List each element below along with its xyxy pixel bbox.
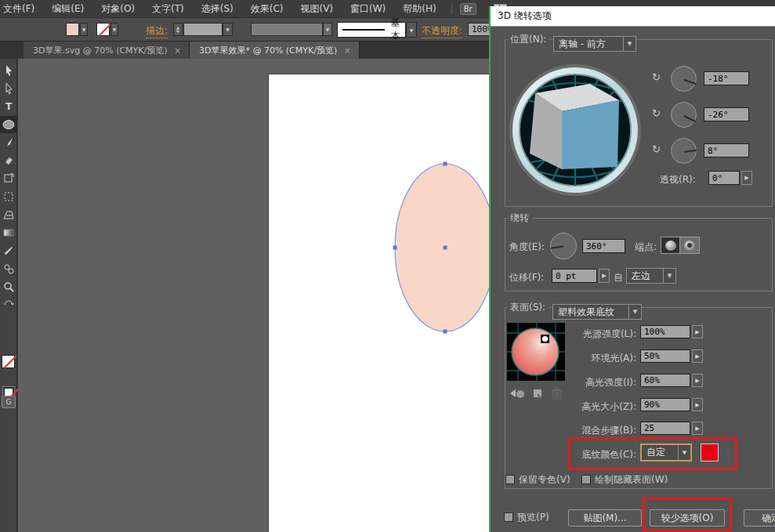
menu-help[interactable]: 帮助(H) (394, 2, 444, 16)
highlight-size-spinner-icon[interactable]: ▶ (692, 398, 703, 411)
menu-object[interactable]: 对象(O) (92, 2, 143, 16)
fill-color-swatch[interactable] (66, 23, 79, 36)
perspective-spinner-icon[interactable]: ▶ (741, 171, 752, 185)
brush-definition-field[interactable]: 基本 (337, 22, 406, 38)
screen-mode-button[interactable]: G (2, 396, 16, 408)
type-tool[interactable]: T (0, 98, 17, 115)
ambient-light-spinner-icon[interactable]: ▶ (692, 349, 703, 363)
menu-type[interactable]: 文字(T) (143, 2, 193, 16)
anchor-center[interactable] (444, 246, 447, 250)
offset-from-dropdown[interactable]: 左边 ▼ (626, 268, 676, 284)
blend-steps-field[interactable]: 25 (640, 422, 690, 435)
stroke-weight-label[interactable]: 描边: (146, 24, 168, 38)
fill-dropdown-icon[interactable]: ▼ (80, 23, 88, 36)
dialog-title-bar[interactable]: 3D 绕转选项 (491, 6, 775, 27)
rotate-z-dial[interactable] (671, 138, 697, 164)
direct-selection-tool[interactable] (0, 80, 17, 97)
blend-steps-spinner-icon[interactable]: ▶ (692, 422, 703, 435)
highlight-size-field[interactable]: 90% (640, 398, 690, 411)
perspective-field[interactable]: 0° (708, 171, 740, 185)
draw-hidden-faces-checkbox[interactable] (581, 475, 591, 484)
eyedropper-tool[interactable] (0, 242, 17, 259)
artboard-tool[interactable] (0, 170, 17, 187)
cap-solid-button[interactable] (661, 237, 680, 254)
shading-color-caret-icon[interactable]: ▼ (678, 445, 690, 460)
rotate-y-icon: ↻ (652, 107, 661, 119)
free-transform-tool[interactable] (0, 188, 17, 205)
anchor-bottom[interactable] (444, 330, 447, 334)
light-intensity-label: 光源强度(L): (538, 328, 636, 341)
zoom-tool[interactable] (0, 278, 17, 295)
shading-color-dropdown[interactable]: 自定 ▼ (640, 443, 692, 461)
preserve-spot-checkbox[interactable] (505, 475, 515, 484)
document-tab-1-title: 3D苹果.svg @ 70% (CMYK/预览) (33, 45, 168, 56)
offset-spinner-icon[interactable]: ▶ (599, 269, 610, 283)
rotate-x-dial[interactable] (671, 66, 697, 92)
highlight-intensity-spinner-icon[interactable]: ▶ (692, 374, 703, 387)
surface-dropdown[interactable]: 塑料效果底纹 ▼ (552, 304, 642, 320)
stroke-weight-stepper[interactable]: ▲▼ (173, 23, 183, 36)
highlight-intensity-field[interactable]: 60% (640, 374, 690, 387)
preview-checkbox[interactable] (504, 512, 513, 522)
selection-tool[interactable] (0, 62, 17, 79)
trackball-cube[interactable] (530, 84, 619, 169)
surface-caret-icon[interactable]: ▼ (628, 305, 641, 319)
highlight-size-label: 高光大小(Z): (538, 400, 636, 414)
application-window: 文件(F) 编辑(E) 对象(O) 文字(T) 选择(S) 效果(C) 视图(V… (0, 0, 775, 532)
rotate-x-field[interactable]: -18° (704, 71, 749, 85)
canvas-area[interactable] (18, 59, 489, 532)
menu-effect[interactable]: 效果(C) (242, 2, 292, 16)
hand-tool[interactable] (0, 296, 17, 313)
3d-revolve-options-dialog: 3D 绕转选项 位置(N): 离轴 - 前方 ▼ (489, 6, 775, 532)
tab-2-close-icon[interactable]: × (344, 46, 350, 55)
cap-hollow-button[interactable] (680, 237, 700, 254)
gradient-tool[interactable] (0, 224, 17, 241)
stroke-dropdown-icon[interactable]: ▼ (110, 23, 118, 36)
angle-dial[interactable] (550, 233, 577, 259)
perspective-grid-tool[interactable] (0, 206, 17, 223)
paintbrush-tool[interactable] (0, 134, 17, 151)
fill-none-swatch[interactable] (2, 355, 15, 368)
angle-field[interactable]: 360° (582, 239, 625, 253)
map-art-button[interactable]: 贴图(M)... (568, 509, 642, 527)
offset-field[interactable]: 0 pt (552, 269, 597, 283)
document-tab-1[interactable]: 3D苹果.svg @ 70% (CMYK/预览) × (24, 42, 190, 59)
menu-window[interactable]: 窗口(W) (342, 2, 394, 16)
stroke-weight-dropdown-icon[interactable]: ▼ (223, 23, 233, 36)
menu-edit[interactable]: 编辑(E) (43, 2, 92, 16)
tab-1-close-icon[interactable]: × (175, 46, 181, 55)
menu-view[interactable]: 视图(V) (292, 2, 342, 16)
ambient-light-field[interactable]: 50% (640, 349, 690, 363)
document-tab-2[interactable]: 3D苹果效果* @ 70% (CMYK/预览) × (190, 42, 360, 59)
rotate-y-dial[interactable] (671, 102, 697, 128)
offset-from-caret-icon[interactable]: ▼ (663, 269, 675, 283)
angle-label: 角度(E): (509, 241, 545, 254)
shading-color-swatch[interactable] (701, 443, 719, 461)
opacity-label[interactable]: 不透明度: (422, 24, 462, 38)
ok-button[interactable]: 确定 (744, 509, 775, 527)
position-dropdown-caret-icon[interactable]: ▼ (623, 37, 636, 51)
stroke-color-swatch[interactable] (96, 23, 110, 36)
move-light-to-back-icon[interactable] (509, 387, 527, 400)
menu-file[interactable]: 文件(F) (0, 2, 43, 16)
bridge-button[interactable]: Br (460, 3, 476, 15)
selected-ellipse-shape[interactable] (18, 59, 489, 532)
light-intensity-spinner-icon[interactable]: ▶ (692, 325, 703, 338)
anchor-top[interactable] (444, 162, 447, 166)
rotate-z-field[interactable]: 8° (704, 143, 749, 157)
blend-tool[interactable] (0, 260, 17, 277)
light-intensity-field[interactable]: 100% (640, 325, 690, 338)
eraser-tool[interactable] (0, 152, 17, 169)
anchor-left[interactable] (393, 246, 397, 250)
brush-definition-dropdown-icon[interactable]: ▼ (406, 22, 417, 38)
fewer-options-button[interactable]: 较少选项(O) (650, 509, 725, 527)
position-dropdown[interactable]: 离轴 - 前方 ▼ (553, 36, 636, 52)
ellipse-tool[interactable] (0, 116, 17, 133)
3d-trackball-widget[interactable] (508, 61, 643, 196)
menu-select[interactable]: 选择(S) (193, 2, 242, 16)
variable-width-dropdown-icon[interactable]: ▼ (323, 23, 332, 36)
position-label: 位置(N): (510, 33, 546, 46)
rotate-y-field[interactable]: -26° (704, 107, 749, 121)
variable-width-profile-field[interactable] (251, 23, 323, 36)
stroke-weight-field[interactable] (183, 23, 223, 36)
